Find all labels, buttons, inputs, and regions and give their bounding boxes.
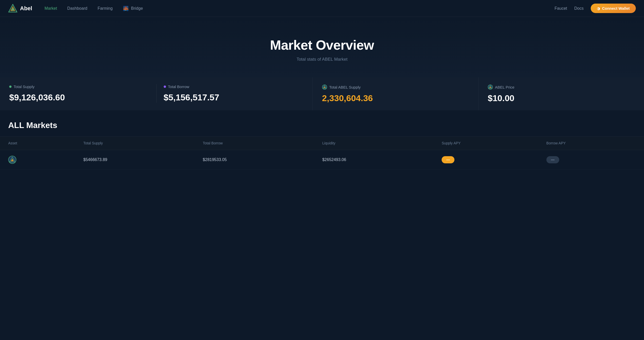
- stats-total-supply: Total Supply $9,126,036.60: [9, 84, 157, 102]
- borrow-value: $5,156,517.57: [164, 92, 304, 102]
- borrow-apy-badge: —: [546, 156, 559, 163]
- col-asset: Asset: [0, 136, 75, 150]
- supply-dot: [9, 86, 12, 88]
- stats-total-borrow: Total Borrow $5,156,517.57: [157, 84, 304, 102]
- nav-docs[interactable]: Docs: [574, 6, 584, 11]
- abel-price-value: $10.00: [488, 93, 635, 103]
- markets-title: ALL Markets: [0, 121, 644, 130]
- navbar: Abel Market Dashboard Farming 🌉 Bridge F…: [0, 0, 644, 17]
- connect-wallet-button[interactable]: ◑ Connect Wallet: [591, 4, 636, 13]
- abel-logo-icon: [8, 4, 17, 13]
- stats-card-abel-supply: Total ABEL Supply 2,330,604.36: [313, 77, 479, 110]
- col-borrow-apy: Borrow APY: [538, 136, 644, 150]
- col-total-borrow: Total Borrow: [195, 136, 314, 150]
- page-subtitle: Total stats of ABEL Market: [8, 57, 636, 62]
- nav-dashboard[interactable]: Dashboard: [67, 5, 87, 12]
- cell-supply-apy: —: [433, 150, 538, 170]
- logo-area[interactable]: Abel: [8, 4, 32, 13]
- markets-section: ALL Markets Asset Total Supply Total Bor…: [0, 110, 644, 170]
- abel-supply-value: 2,330,604.36: [322, 93, 469, 103]
- nav-bridge[interactable]: 🌉 Bridge: [123, 5, 143, 12]
- nav-farming[interactable]: Farming: [98, 5, 113, 12]
- stats-row: Total Supply $9,126,036.60 Total Borrow …: [0, 77, 644, 110]
- bridge-icon: 🌉: [123, 6, 129, 11]
- markets-table: Asset Total Supply Total Borrow Liquidit…: [0, 136, 644, 170]
- nav-right: Faucet Docs ◑ Connect Wallet: [555, 4, 636, 13]
- col-liquidity: Liquidity: [314, 136, 433, 150]
- nav-market[interactable]: Market: [45, 5, 57, 12]
- cell-total-supply: $5466673.89: [75, 150, 194, 170]
- abel-price-icon: [488, 84, 493, 90]
- col-supply-apy: Supply APY: [433, 136, 538, 150]
- col-total-supply: Total Supply: [75, 136, 194, 150]
- nav-faucet[interactable]: Faucet: [555, 6, 567, 11]
- stats-card-abel-price: ABEL Price $10.00: [479, 77, 644, 110]
- stats-card-supply-borrow: Total Supply $9,126,036.60 Total Borrow …: [0, 77, 313, 110]
- cell-total-borrow: $2819533.05: [195, 150, 314, 170]
- cell-liquidity: $2652493.06: [314, 150, 433, 170]
- table-header: Asset Total Supply Total Borrow Liquidit…: [0, 136, 644, 150]
- table-row[interactable]: $5466673.89 $2819533.05 $2652493.06 — —: [0, 150, 644, 170]
- abel-icon: [322, 84, 327, 90]
- cell-borrow-apy: —: [538, 150, 644, 170]
- page-title: Market Overview: [8, 37, 636, 53]
- table-body: $5466673.89 $2819533.05 $2652493.06 — —: [0, 150, 644, 170]
- asset-icon: [8, 156, 16, 164]
- logo-text: Abel: [20, 5, 32, 12]
- nav-links: Market Dashboard Farming 🌉 Bridge: [45, 5, 555, 12]
- supply-value: $9,126,036.60: [9, 92, 149, 102]
- cell-asset: [0, 150, 75, 170]
- supply-apy-badge: —: [442, 156, 454, 163]
- hero-section: Market Overview Total stats of ABEL Mark…: [0, 17, 644, 77]
- wallet-icon: ◑: [597, 6, 600, 10]
- borrow-dot: [164, 86, 166, 88]
